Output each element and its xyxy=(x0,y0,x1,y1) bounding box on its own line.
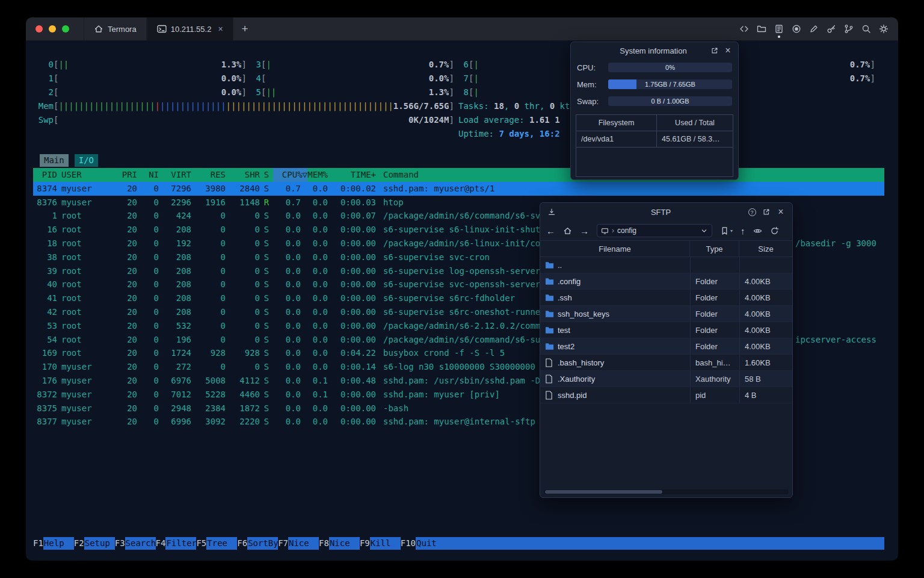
fkey-f2-button[interactable]: Setup xyxy=(84,537,115,550)
fkey-f6-button[interactable]: SortBy xyxy=(247,537,278,550)
zoom-window-button[interactable] xyxy=(62,25,69,33)
process-cell: 0.0 xyxy=(301,196,328,210)
cpu-progress-bar: 0% xyxy=(608,63,732,72)
sftp-file-row[interactable]: .. xyxy=(540,257,792,273)
fkey-f10-button[interactable]: Quit xyxy=(416,537,446,550)
column-header[interactable]: CPU%▽ xyxy=(273,168,307,182)
terminal-screen[interactable]: 0[||1.3%]1[0.0%]2[0.0%]3[|0.7%]4[0.0%]5[… xyxy=(26,41,898,561)
sftp-file-row[interactable]: ssh_host_keysFolder4.00KB xyxy=(540,306,792,322)
sftp-file-row[interactable]: .sshFolder4.00KB xyxy=(540,290,792,306)
tab-session[interactable]: 10.211.55.2 × xyxy=(147,17,233,40)
filesystem-row[interactable]: /dev/vda1 45.61GB / 58.3… xyxy=(576,131,733,148)
git-branch-icon[interactable] xyxy=(844,24,854,34)
process-cell: 0 xyxy=(137,305,159,319)
column-header[interactable]: NI xyxy=(137,168,159,182)
fkey-f4-button[interactable]: Filter xyxy=(165,537,196,550)
fkey-f8-button[interactable]: Nice + xyxy=(329,537,360,550)
process-cell: 20 xyxy=(108,319,137,333)
sftp-titlebar: SFTP ? × xyxy=(540,203,792,221)
record-icon[interactable] xyxy=(792,24,801,34)
process-cell: 5008 xyxy=(191,374,226,388)
process-cell: 42 xyxy=(33,305,57,319)
column-header[interactable]: RES xyxy=(191,168,226,182)
process-cell: 0:04.22 xyxy=(328,346,376,360)
folder-icon[interactable] xyxy=(757,24,766,34)
sftp-file-row[interactable]: testFolder4.00KB xyxy=(540,322,792,338)
sftp-file-row[interactable]: .configFolder4.00KB xyxy=(540,273,792,290)
process-cell: 3092 xyxy=(191,415,226,429)
close-icon[interactable]: × xyxy=(722,45,733,56)
process-table-header[interactable]: PIDUSERPRINIVIRTRESSHRSCPU%▽MEM%TIME+Com… xyxy=(33,168,884,182)
process-row[interactable]: 8374myuser200729639802840S0.70.00:00.02s… xyxy=(33,182,884,196)
close-icon[interactable]: × xyxy=(775,207,786,217)
open-in-new-window-icon[interactable] xyxy=(761,207,772,217)
column-header[interactable]: VIRT xyxy=(159,168,191,182)
horizontal-scrollbar[interactable] xyxy=(544,489,789,494)
folder-icon xyxy=(545,326,554,334)
show-hidden-eye-icon[interactable] xyxy=(753,226,762,235)
process-cell: 0.0 xyxy=(273,415,301,429)
sftp-file-row[interactable]: .XauthorityXauthority58 B xyxy=(540,371,792,387)
settings-gear-icon[interactable] xyxy=(879,24,889,34)
size-column-header[interactable]: Size xyxy=(739,241,792,256)
htop-tab-io[interactable]: I/O xyxy=(75,154,98,167)
type-column-header[interactable]: Type xyxy=(690,241,739,256)
file-type: Folder xyxy=(690,322,739,338)
key-icon[interactable] xyxy=(827,24,836,34)
new-tab-button[interactable]: + xyxy=(233,17,257,40)
minimize-window-button[interactable] xyxy=(49,25,56,33)
bookmark-icon[interactable]: ▾ xyxy=(720,226,733,235)
sftp-file-row[interactable]: .bash_historybash_hi…1.60KB xyxy=(540,355,792,371)
column-header[interactable]: PID xyxy=(33,168,57,182)
open-in-new-window-icon[interactable] xyxy=(709,45,720,56)
process-cell: myuser xyxy=(57,388,108,402)
column-header[interactable]: PRI xyxy=(108,168,137,182)
column-header[interactable]: SHR xyxy=(226,168,260,182)
fkey-f9-button[interactable]: Kill xyxy=(370,537,401,550)
up-directory-icon[interactable]: ↑ xyxy=(741,226,745,236)
refresh-icon[interactable] xyxy=(770,226,779,235)
column-header[interactable]: USER xyxy=(57,168,108,182)
process-cell: root xyxy=(57,250,108,264)
home-icon[interactable] xyxy=(563,226,572,235)
htop-tab-main[interactable]: Main xyxy=(40,154,69,167)
process-cell: 0 xyxy=(226,237,260,250)
fkey-f3-button[interactable]: Search xyxy=(125,537,156,550)
file-icon xyxy=(545,358,554,367)
process-cell: 192 xyxy=(159,237,191,250)
process-cell: 0 xyxy=(226,250,260,264)
search-icon[interactable] xyxy=(861,24,871,34)
notes-icon[interactable] xyxy=(774,24,784,34)
sftp-file-row[interactable]: sshd.pidpid4 B xyxy=(540,387,792,403)
process-cell: 0 xyxy=(137,264,159,278)
close-tab-icon[interactable]: × xyxy=(218,24,223,34)
tab-termora-home[interactable]: Termora xyxy=(84,17,147,40)
back-icon[interactable]: ← xyxy=(546,226,555,236)
close-window-button[interactable] xyxy=(35,25,43,33)
horizontal-scrollbar-thumb[interactable] xyxy=(545,490,662,494)
fkey-f7-button[interactable]: Nice - xyxy=(288,537,319,550)
file-icon xyxy=(545,391,554,399)
download-icon[interactable] xyxy=(546,207,557,217)
code-icon[interactable] xyxy=(739,24,749,34)
process-cell: 0 xyxy=(191,278,226,291)
column-header[interactable]: S xyxy=(260,168,273,182)
column-header[interactable]: MEM% xyxy=(307,168,328,182)
fkey-f1-button[interactable]: Help xyxy=(43,537,74,550)
process-cell: 2840 xyxy=(226,182,260,196)
filename-column-header[interactable]: Filename xyxy=(540,241,690,256)
fkey-f5-button[interactable]: Tree xyxy=(206,537,237,550)
forward-icon[interactable]: → xyxy=(580,226,589,236)
pencil-icon[interactable] xyxy=(809,24,819,34)
column-header[interactable]: TIME+ xyxy=(328,168,376,182)
bookmark-dropdown-caret: ▾ xyxy=(730,228,733,234)
path-selector[interactable]: › config xyxy=(597,224,712,237)
sftp-file-row[interactable]: test2Folder4.00KB xyxy=(540,338,792,355)
htop-screen-tabs: Main I/O xyxy=(40,154,98,167)
process-cell: 1148 xyxy=(226,196,260,210)
help-icon[interactable]: ? xyxy=(747,207,757,217)
process-cell: 20 xyxy=(108,264,137,278)
used-total-column-header[interactable]: Used / Total xyxy=(657,115,733,131)
process-cell: 53 xyxy=(33,319,57,333)
filesystem-column-header[interactable]: Filesystem xyxy=(576,115,657,131)
